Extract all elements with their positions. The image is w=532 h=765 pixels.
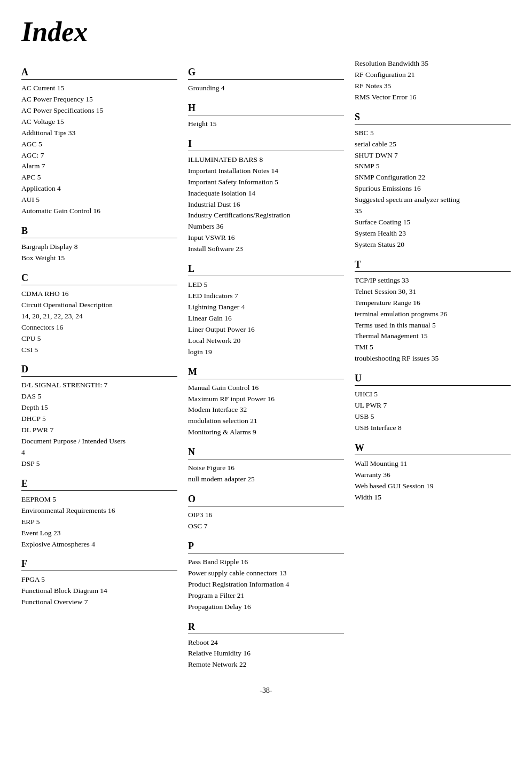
index-entry: Thermal Management 15 [355,331,511,342]
index-entry: AUI 5 [21,194,177,206]
index-entry: Height 15 [188,119,344,130]
index-entry: Application 4 [21,183,177,194]
section-letter-e: E [21,478,177,491]
index-entry: SNMP Configuration 22 [355,172,511,183]
index-entry: Grounding 4 [188,83,344,94]
index-entry: AGC: 7 [21,150,177,161]
index-entry: Alarm 7 [21,161,177,172]
index-entry: Warranty 36 [355,470,511,481]
section-letter-n: N [188,447,344,459]
index-entry: AC Current 15 [21,83,177,94]
index-entry: null modem adapter 25 [188,474,344,485]
index-entry: Box Weight 15 [21,253,177,264]
index-entry: Modem Interface 32 [188,404,344,416]
index-entry: Terms used in this manual 5 [355,320,511,331]
index-entry: Spurious Emissions 16 [355,183,511,194]
index-entry: Remote Network 22 [188,659,344,670]
column-1: AAC Current 15AC Power Frequency 15AC Po… [21,58,188,608]
section-letter-a: A [21,67,177,80]
index-entry: RMS Vector Error 16 [355,92,511,103]
index-entry: EEPROM 5 [21,494,177,505]
index-entry: AC Power Specifications 15 [21,105,177,116]
index-entry: Surface Coating 15 [355,217,511,228]
index-entry: FPGA 5 [21,574,177,586]
index-entry: Linear Gain 16 [188,313,344,324]
index-entry: OIP3 16 [188,510,344,521]
index-entry: APC 5 [21,172,177,183]
section-letter-t: T [355,259,511,272]
index-entry: USB 5 [355,411,511,423]
index-entry: TCP/IP settings 33 [355,275,511,286]
index-entry: ILLUMINATED BARS 8 [188,154,344,166]
index-entry: Input VSWR 16 [188,232,344,244]
index-entry: RF Notes 35 [355,81,511,92]
page-title: Index [21,16,511,48]
index-entry: login 19 [188,347,344,358]
index-entry: Bargraph Display 8 [21,241,177,253]
index-entry: 4 [21,447,177,458]
section-letter-f: F [21,558,177,571]
index-entry: Install Software 23 [188,244,344,255]
section-letter-l: L [188,263,344,276]
index-entry: 14, 20, 21, 22, 23, 24 [21,311,177,322]
index-entry: 35 [355,206,511,217]
index-entry: Local Network 20 [188,335,344,347]
index-entry: Functional Overview 7 [21,597,177,608]
index-entry: System Status 20 [355,239,511,251]
section-letter-o: O [188,494,344,506]
index-entry: Depth 15 [21,402,177,413]
index-entry: LED 5 [188,279,344,291]
index-entry: SHUT DWN 7 [355,150,511,161]
index-entry: D/L SIGNAL STRENGTH: 7 [21,380,177,391]
index-entry: TMI 5 [355,342,511,353]
index-entry: Maximum RF input Power 16 [188,394,344,405]
index-entry: terminal emulation programs 26 [355,309,511,320]
index-entry: Industry Certifications/Registration [188,210,344,221]
index-entry: DAS 5 [21,391,177,402]
index-entry: DL PWR 7 [21,425,177,436]
section-letter-w: W [355,442,511,455]
index-entry: CDMA RHO 16 [21,288,177,300]
column-2: GGrounding 4HHeight 15IILLUMINATED BARS … [188,58,355,670]
section-letter-m: M [188,366,344,379]
section-letter-b: B [21,225,177,238]
index-entry: SNMP 5 [355,161,511,172]
index-entry: Automatic Gain Control 16 [21,206,177,217]
section-letter-g: G [188,67,344,80]
index-entry: AC Power Frequency 15 [21,94,177,105]
section-letter-u: U [355,373,511,386]
section-letter-i: I [188,138,344,151]
index-entry: Liner Output Power 16 [188,324,344,335]
index-entry: LED Indicators 7 [188,291,344,302]
index-entry: DHCP 5 [21,413,177,425]
index-entry: serial cable 25 [355,139,511,150]
index-entry: Circuit Operational Description [21,300,177,311]
index-entry: CPU 5 [21,333,177,345]
index-entry: USB Interface 8 [355,423,511,434]
index-entry: Wall Mounting 11 [355,458,511,470]
index-entry: Suggested spectrum analyzer setting [355,194,511,206]
index-entry: Connectors 16 [21,322,177,333]
column-3: Resolution Bandwidth 35RF Configuration … [355,58,511,503]
index-entry: UHCI 5 [355,389,511,400]
section-letter-r: R [188,621,344,634]
page-footer: -38- [21,686,511,695]
index-entry: Manual Gain Control 16 [188,382,344,394]
index-entry: Functional Block Diagram 14 [21,586,177,597]
index-entry: AGC 5 [21,139,177,150]
index-entry: Web based GUI Session 19 [355,481,511,492]
index-entry: Numbers 36 [188,221,344,232]
index-entry: Explosive Atmospheres 4 [21,539,177,550]
index-entry: Temperature Range 16 [355,298,511,309]
index-entry: Width 15 [355,492,511,503]
index-entry: troubleshooting RF issues 35 [355,353,511,364]
index-entry: AC Voltage 15 [21,116,177,128]
index-entry: OSC 7 [188,521,344,532]
index-entry: Environmental Requirements 16 [21,505,177,517]
index-entry: modulation selection 21 [188,416,344,427]
index-entry: Additional Tips 33 [21,128,177,139]
index-entry: Relative Humidity 16 [188,648,344,659]
index-entry: Propagation Delay 16 [188,602,344,613]
index-entry: Inadequate isolation 14 [188,188,344,199]
index-entry: Important Safety Information 5 [188,177,344,188]
